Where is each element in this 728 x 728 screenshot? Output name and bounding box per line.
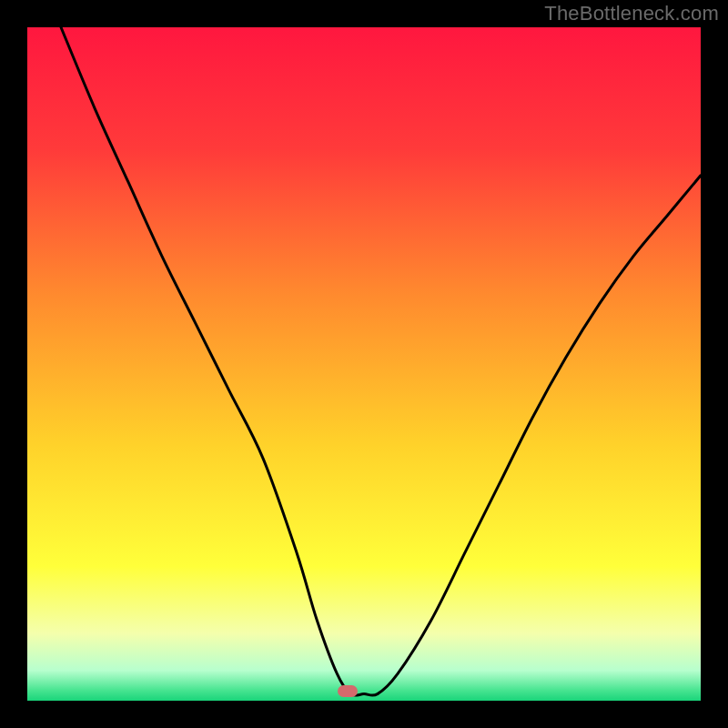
watermark-text: TheBottleneck.com <box>544 2 719 25</box>
gradient-background <box>27 27 701 701</box>
plot-svg <box>27 27 701 701</box>
chart-frame: TheBottleneck.com <box>0 0 728 728</box>
bottleneck-plot <box>27 27 701 701</box>
optimum-marker <box>338 685 358 697</box>
